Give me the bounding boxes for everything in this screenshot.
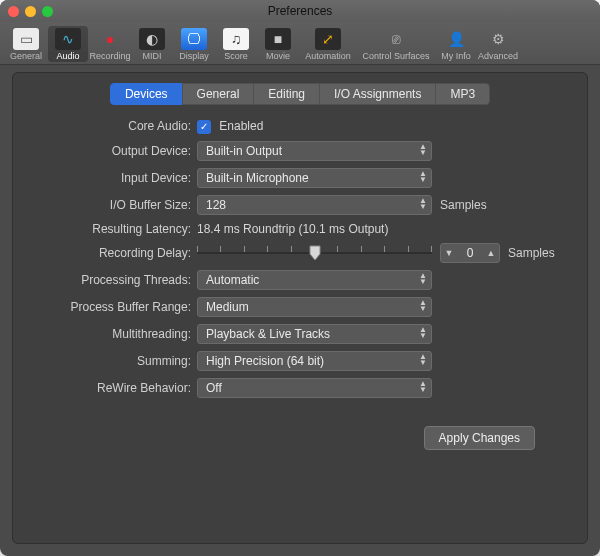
toolbar-item-label: Display xyxy=(179,51,209,61)
slider-knob[interactable] xyxy=(309,245,321,261)
label-processing-threads: Processing Threads: xyxy=(25,273,197,287)
label-summing: Summing: xyxy=(25,354,197,368)
titlebar: Preferences xyxy=(0,0,600,22)
row-summing: Summing: High Precision (64 bit) ▲▼ xyxy=(25,351,575,371)
toolbar-item-general[interactable]: ▭General xyxy=(6,26,46,62)
recording-delay-slider[interactable] xyxy=(197,243,432,263)
toolbar-item-recording[interactable]: ●Recording xyxy=(90,26,130,62)
recording-delay-stepper[interactable]: ▼ 0 ▲ xyxy=(440,243,500,263)
audio-icon: ∿ xyxy=(55,28,81,50)
row-core-audio: Core Audio: ✓ Enabled xyxy=(25,119,575,134)
row-resulting-latency: Resulting Latency: 18.4 ms Roundtrip (10… xyxy=(25,222,575,236)
apply-changes-button[interactable]: Apply Changes xyxy=(424,426,535,450)
chevron-updown-icon: ▲▼ xyxy=(419,144,427,156)
toolbar-item-movie[interactable]: ■Movie xyxy=(258,26,298,62)
core-audio-checkbox[interactable]: ✓ xyxy=(197,120,211,134)
rewire-value: Off xyxy=(206,381,222,395)
toolbar-item-display[interactable]: 🖵Display xyxy=(174,26,214,62)
apply-row: Apply Changes xyxy=(25,426,575,450)
stepper-down-icon[interactable]: ▼ xyxy=(441,248,457,258)
tab-editing[interactable]: Editing xyxy=(253,83,320,105)
display-icon: 🖵 xyxy=(181,28,207,50)
toolbar-item-automation[interactable]: ⤢Automation xyxy=(300,26,356,62)
label-rewire: ReWire Behavior: xyxy=(25,381,197,395)
multithreading-value: Playback & Live Tracks xyxy=(206,327,330,341)
recording-icon: ● xyxy=(97,28,123,50)
processing-threads-value: Automatic xyxy=(206,273,259,287)
tab-i-o-assignments[interactable]: I/O Assignments xyxy=(319,83,436,105)
recording-delay-suffix: Samples xyxy=(508,246,555,260)
toolbar-item-label: Recording xyxy=(89,51,130,61)
window-title: Preferences xyxy=(0,4,600,18)
multithreading-select[interactable]: Playback & Live Tracks ▲▼ xyxy=(197,324,432,344)
toolbar-item-audio[interactable]: ∿Audio xyxy=(48,26,88,62)
toolbar-item-label: Control Surfaces xyxy=(362,51,429,61)
toolbar-item-label: Audio xyxy=(56,51,79,61)
label-input-device: Input Device: xyxy=(25,171,197,185)
io-buffer-select[interactable]: 128 ▲▼ xyxy=(197,195,432,215)
core-audio-checkbox-label: Enabled xyxy=(219,119,263,133)
process-buffer-select[interactable]: Medium ▲▼ xyxy=(197,297,432,317)
toolbar-item-control-surfaces[interactable]: ⎚Control Surfaces xyxy=(358,26,434,62)
label-core-audio: Core Audio: xyxy=(25,119,197,133)
io-buffer-value: 128 xyxy=(206,198,226,212)
midi-icon: ◐ xyxy=(139,28,165,50)
label-resulting-latency: Resulting Latency: xyxy=(25,222,197,236)
input-device-value: Built-in Microphone xyxy=(206,171,309,185)
recording-delay-value: 0 xyxy=(457,246,483,260)
io-buffer-suffix: Samples xyxy=(440,198,487,212)
row-rewire: ReWire Behavior: Off ▲▼ xyxy=(25,378,575,398)
automation-icon: ⤢ xyxy=(315,28,341,50)
label-recording-delay: Recording Delay: xyxy=(25,246,197,260)
toolbar-item-label: Advanced xyxy=(478,51,518,61)
toolbar-item-my-info[interactable]: 👤My Info xyxy=(436,26,476,62)
output-device-value: Built-in Output xyxy=(206,144,282,158)
toolbar-item-midi[interactable]: ◐MIDI xyxy=(132,26,172,62)
field-core-audio: ✓ Enabled xyxy=(197,119,263,134)
output-device-select[interactable]: Built-in Output ▲▼ xyxy=(197,141,432,161)
tab-bar: DevicesGeneralEditingI/O AssignmentsMP3 xyxy=(25,83,575,105)
row-output-device: Output Device: Built-in Output ▲▼ xyxy=(25,141,575,161)
label-output-device: Output Device: xyxy=(25,144,197,158)
stepper-up-icon[interactable]: ▲ xyxy=(483,248,499,258)
resulting-latency-value: 18.4 ms Roundtrip (10.1 ms Output) xyxy=(197,222,388,236)
input-device-select[interactable]: Built-in Microphone ▲▼ xyxy=(197,168,432,188)
toolbar-item-label: MIDI xyxy=(143,51,162,61)
toolbar-item-label: My Info xyxy=(441,51,471,61)
content-panel: DevicesGeneralEditingI/O AssignmentsMP3 … xyxy=(12,72,588,544)
chevron-updown-icon: ▲▼ xyxy=(419,354,427,366)
rewire-select[interactable]: Off ▲▼ xyxy=(197,378,432,398)
tab-devices[interactable]: Devices xyxy=(110,83,183,105)
row-process-buffer: Process Buffer Range: Medium ▲▼ xyxy=(25,297,575,317)
chevron-updown-icon: ▲▼ xyxy=(419,198,427,210)
label-io-buffer: I/O Buffer Size: xyxy=(25,198,197,212)
tab-general[interactable]: General xyxy=(182,83,255,105)
my-info-icon: 👤 xyxy=(443,28,469,50)
chevron-updown-icon: ▲▼ xyxy=(419,300,427,312)
toolbar-item-label: Automation xyxy=(305,51,351,61)
form: Core Audio: ✓ Enabled Output Device: Bui… xyxy=(25,119,575,398)
chevron-updown-icon: ▲▼ xyxy=(419,273,427,285)
summing-select[interactable]: High Precision (64 bit) ▲▼ xyxy=(197,351,432,371)
toolbar-item-label: Score xyxy=(224,51,248,61)
toolbar-item-advanced[interactable]: ⚙Advanced xyxy=(478,26,518,62)
row-io-buffer: I/O Buffer Size: 128 ▲▼ Samples xyxy=(25,195,575,215)
chevron-updown-icon: ▲▼ xyxy=(419,381,427,393)
processing-threads-select[interactable]: Automatic ▲▼ xyxy=(197,270,432,290)
process-buffer-value: Medium xyxy=(206,300,249,314)
toolbar-item-score[interactable]: ♫Score xyxy=(216,26,256,62)
general-icon: ▭ xyxy=(13,28,39,50)
row-processing-threads: Processing Threads: Automatic ▲▼ xyxy=(25,270,575,290)
movie-icon: ■ xyxy=(265,28,291,50)
label-multithreading: Multithreading: xyxy=(25,327,197,341)
toolbar-item-label: Movie xyxy=(266,51,290,61)
toolbar-item-label: General xyxy=(10,51,42,61)
row-multithreading: Multithreading: Playback & Live Tracks ▲… xyxy=(25,324,575,344)
control-surfaces-icon: ⎚ xyxy=(383,28,409,50)
preferences-window: Preferences ▭General∿Audio●Recording◐MID… xyxy=(0,0,600,556)
tab-mp3[interactable]: MP3 xyxy=(435,83,490,105)
summing-value: High Precision (64 bit) xyxy=(206,354,324,368)
toolbar: ▭General∿Audio●Recording◐MIDI🖵Display♫Sc… xyxy=(0,22,600,65)
score-icon: ♫ xyxy=(223,28,249,50)
row-recording-delay: Recording Delay: ▼ 0 xyxy=(25,243,575,263)
